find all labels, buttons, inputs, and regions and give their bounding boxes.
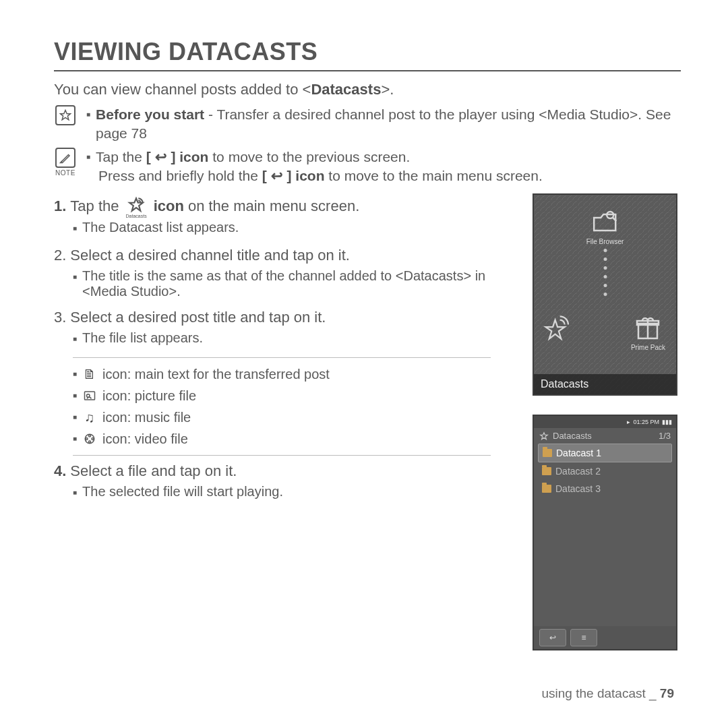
- breadcrumb-label: Datacasts: [553, 431, 592, 441]
- video-icon: [82, 433, 97, 445]
- status-bar: ▸ 01:25 PM ▮▮▮: [534, 416, 676, 428]
- note-line1: Tap the [ ↩ ] icon to move to the previo…: [96, 148, 410, 166]
- list-item[interactable]: Datacast 3: [538, 480, 672, 497]
- folder-search-icon: [590, 207, 619, 237]
- svg-marker-0: [61, 111, 71, 120]
- menu-dots: [603, 249, 607, 296]
- star-rss-icon: [539, 431, 549, 441]
- datacast-list: Datacast 1 Datacast 2 Datacast 3: [534, 444, 676, 626]
- page-title: VIEWING DATACASTS: [54, 38, 681, 71]
- svg-marker-1: [129, 199, 143, 211]
- list-counter: 1/3: [659, 431, 671, 441]
- intro-suffix: >.: [381, 81, 394, 98]
- intro-bold: Datacasts: [311, 81, 381, 98]
- gift-icon: [633, 313, 663, 342]
- device-menu-screenshot: File Browser Prime Pack Datacasts: [533, 193, 677, 396]
- app-label: File Browser: [586, 238, 624, 245]
- page-footer: using the datacast _ 79: [542, 686, 674, 701]
- back-icon: ↩: [549, 633, 556, 642]
- divider: [73, 357, 491, 358]
- app-file-browser[interactable]: File Browser: [586, 207, 624, 245]
- step1-c: on the main menu screen.: [188, 198, 359, 215]
- step2-num: 2.: [54, 247, 66, 264]
- music-icon: ♫: [82, 410, 97, 425]
- list-item-label: Datacast 3: [555, 483, 601, 494]
- app-datacasts[interactable]: [543, 313, 573, 342]
- back-button[interactable]: ↩: [539, 629, 566, 646]
- svg-marker-13: [541, 433, 548, 439]
- list-item-label: Datacast 2: [555, 466, 601, 477]
- menu-icon: ≡: [581, 633, 586, 642]
- video-label: icon: video file: [102, 431, 188, 447]
- steps-column: 1. Tap the Datacasts icon on the main me…: [54, 193, 519, 669]
- star-icon: [55, 105, 75, 125]
- step2-text: Select a desired channel title and tap o…: [70, 247, 350, 264]
- status-time: 01:25 PM: [633, 419, 659, 425]
- play-indicator-icon: ▸: [627, 419, 630, 425]
- datacasts-banner: Datacasts: [534, 374, 676, 394]
- before-you-start-callout: ■ Before you start - Transfer a desired …: [54, 105, 681, 144]
- step1-a: Tap the: [70, 198, 119, 215]
- svg-point-7: [86, 438, 88, 440]
- step4-text: Select a file and tap on it.: [70, 462, 237, 480]
- folder-icon: [542, 467, 551, 475]
- app-label: Prime Pack: [631, 344, 665, 351]
- step3-sub: ■The file list appears.: [73, 330, 519, 348]
- list-item[interactable]: Datacast 2: [538, 462, 672, 480]
- breadcrumb: Datacasts 1/3: [534, 428, 676, 444]
- list-item-label: Datacast 1: [556, 448, 601, 458]
- step4-sub: ■The selected file will start playing.: [73, 484, 519, 502]
- pic-label: icon: picture file: [102, 388, 196, 404]
- step3-num: 3.: [54, 309, 66, 326]
- svg-point-6: [89, 441, 91, 443]
- battery-icon: ▮▮▮: [662, 419, 672, 425]
- note-line2: Press and briefly hold the [ ↩ ] icon to…: [98, 166, 681, 185]
- step-3: 3. Select a desired post title and tap o…: [54, 309, 519, 326]
- note-callout: NOTE ■ Tap the [ ↩ ] icon to move to the…: [54, 148, 681, 186]
- bullet-icon: ■: [86, 148, 90, 166]
- divider: [73, 455, 491, 456]
- svg-marker-12: [546, 320, 565, 339]
- before-start-text: Before you start - Transfer a desired ch…: [96, 105, 681, 144]
- intro-text: You can view channel posts added to <Dat…: [54, 81, 681, 98]
- doc-icon: 🗎: [82, 367, 97, 382]
- svg-point-5: [89, 435, 91, 437]
- app-prime-pack[interactable]: Prime Pack: [631, 313, 665, 351]
- device-list-screenshot: ▸ 01:25 PM ▮▮▮ Datacasts 1/3 Datacast 1 …: [533, 415, 677, 650]
- step2-sub: ■The title is the same as that of the ch…: [73, 268, 519, 299]
- note-icon: [55, 148, 75, 168]
- page-number: 79: [660, 686, 674, 700]
- step1-sub: ■The Datacast list appears.: [73, 220, 519, 237]
- star-rss-icon: [543, 313, 573, 342]
- svg-point-8: [92, 438, 94, 440]
- step-4: 4. Select a file and tap on it.: [54, 462, 519, 480]
- menu-button[interactable]: ≡: [570, 629, 597, 646]
- svg-point-4: [85, 435, 94, 444]
- music-label: icon: music file: [102, 410, 191, 425]
- device-screenshots: File Browser Prime Pack Datacasts: [533, 193, 681, 669]
- bottom-bar: ↩ ≡: [534, 626, 676, 649]
- bullet-icon: ■: [86, 105, 90, 144]
- doc-label: icon: main text for the transferred post: [102, 367, 330, 382]
- step1-b: icon: [154, 198, 184, 215]
- step3-text: Select a desired post title and tap on i…: [70, 309, 326, 326]
- step-1: 1. Tap the Datacasts icon on the main me…: [54, 193, 519, 216]
- note-label: NOTE: [54, 169, 77, 177]
- step1-num: 1.: [54, 198, 66, 215]
- step-2: 2. Select a desired channel title and ta…: [54, 247, 519, 264]
- list-item[interactable]: Datacast 1: [538, 444, 672, 462]
- picture-icon: [82, 390, 97, 401]
- file-icon-legend: ■🗎icon: main text for the transferred po…: [73, 365, 519, 448]
- folder-icon: [543, 449, 552, 457]
- datacasts-menu-icon: Datacasts: [126, 196, 147, 218]
- intro-prefix: You can view channel posts added to <: [54, 81, 311, 98]
- folder-icon: [542, 485, 551, 493]
- step4-num: 4.: [54, 462, 66, 480]
